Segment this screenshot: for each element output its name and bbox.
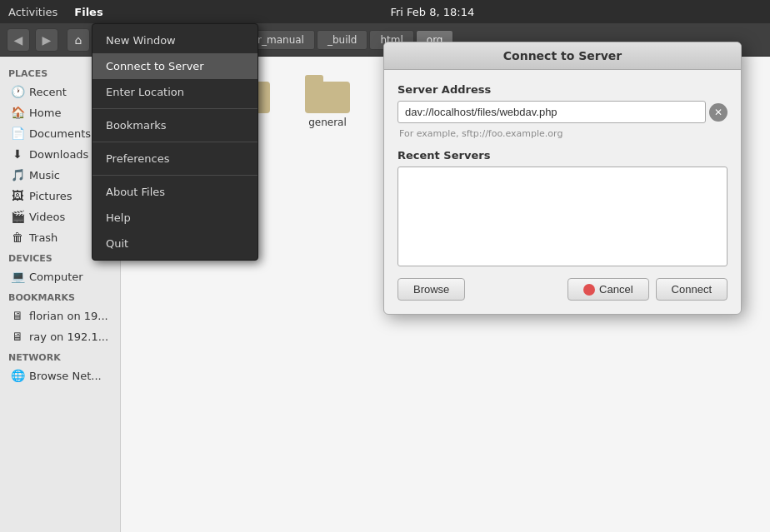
dialog-titlebar: Connect to Server: [384, 42, 741, 70]
cancel-dot-icon: [583, 284, 595, 296]
dialog-title: Connect to Server: [503, 49, 622, 62]
recent-servers-list: [398, 167, 728, 266]
server-address-label: Server Address: [398, 83, 728, 96]
server-address-row: ✕: [398, 101, 728, 123]
server-address-input[interactable]: [398, 101, 706, 123]
dialog-overlay: Connect to Server Server Address ✕ For e…: [0, 0, 770, 532]
connect-button[interactable]: Connect: [656, 278, 728, 301]
cancel-button[interactable]: Cancel: [568, 278, 648, 301]
cancel-label: Cancel: [599, 283, 632, 296]
server-address-hint: For example, sftp://foo.example.org: [398, 128, 728, 139]
recent-servers-label: Recent Servers: [398, 149, 728, 162]
dialog-footer: Browse Cancel Connect: [398, 278, 728, 301]
dialog-right-buttons: Cancel Connect: [568, 278, 728, 301]
dialog-body: Server Address ✕ For example, sftp://foo…: [384, 70, 741, 314]
clear-address-button[interactable]: ✕: [709, 103, 728, 122]
connect-to-server-dialog: Connect to Server Server Address ✕ For e…: [383, 42, 742, 315]
browse-button[interactable]: Browse: [398, 278, 465, 301]
